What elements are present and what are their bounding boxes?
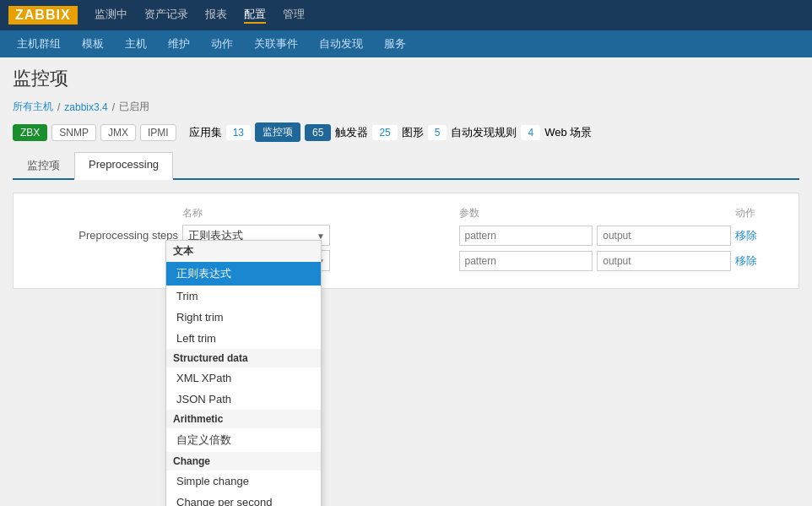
- top-nav-assets[interactable]: 资产记录: [144, 7, 188, 24]
- nav-discovery[interactable]: 自动发现: [311, 33, 371, 55]
- main-area: 名称 参数 动作 Preprocessing steps 正则表达式 移除: [13, 193, 799, 289]
- dropdown-item-change-per-second[interactable]: Change per second: [166, 492, 321, 506]
- remove-btn-1[interactable]: 移除: [735, 228, 786, 243]
- breadcrumb-all-hosts[interactable]: 所有主机: [13, 100, 53, 114]
- dropdown-item-xml-xpath[interactable]: XML XPath: [166, 367, 321, 389]
- header-label-empty: [26, 206, 178, 220]
- discovery-count[interactable]: 4: [521, 125, 540, 140]
- page-title: 监控项: [13, 66, 799, 91]
- preprocessing-row-1: Preprocessing steps 正则表达式 移除: [26, 225, 786, 246]
- dropdown-item-custom-multiplier[interactable]: 自定义倍数: [166, 428, 321, 452]
- remove-btn-2[interactable]: 移除: [735, 253, 786, 269]
- host-tags-row: ZBX SNMP JMX IPMI 应用集 13 监控项 65 触发器 25 图…: [13, 122, 799, 142]
- nav-host-groups[interactable]: 主机群组: [8, 33, 69, 55]
- graphs-label: 图形: [402, 125, 424, 140]
- top-nav-admin[interactable]: 管理: [283, 7, 305, 24]
- dropdown-group-structured: Structured data: [166, 349, 321, 367]
- triggers-label: 触发器: [335, 125, 368, 140]
- breadcrumb-current: 已启用: [119, 100, 149, 114]
- items-label[interactable]: 监控项: [255, 122, 300, 142]
- tag-snmp[interactable]: SNMP: [51, 124, 96, 141]
- page-content: 监控项 所有主机 / zabbix3.4 / 已启用 ZBX SNMP JMX …: [0, 57, 812, 297]
- dropdown-item-simple-change[interactable]: Simple change: [166, 471, 321, 492]
- param1-input-1[interactable]: [459, 226, 593, 246]
- apps-count[interactable]: 13: [226, 125, 251, 140]
- top-navigation: ZABBIX 监测中 资产记录 报表 配置 管理: [0, 0, 812, 30]
- tab-preprocessing[interactable]: Preprocessing: [74, 152, 173, 180]
- top-nav-reports[interactable]: 报表: [205, 7, 227, 24]
- tag-zbx[interactable]: ZBX: [13, 124, 47, 141]
- top-nav-config[interactable]: 配置: [244, 7, 266, 24]
- dropdown-item-left-trim[interactable]: Left trim: [166, 328, 321, 349]
- nav-actions[interactable]: 动作: [203, 33, 241, 55]
- breadcrumb-sep1: /: [57, 101, 60, 113]
- items-count: 65: [305, 124, 331, 141]
- dropdown-group-text: 文本: [166, 241, 321, 262]
- breadcrumb-host[interactable]: zabbix3.4: [64, 101, 107, 113]
- params-cell-2: [459, 251, 732, 271]
- web-label: Web 场景: [544, 125, 592, 140]
- apps-label: 应用集: [189, 125, 222, 140]
- param1-input-2[interactable]: [459, 251, 593, 271]
- preproc-label-1: Preprocessing steps: [26, 229, 178, 242]
- second-navigation: 主机群组 模板 主机 维护 动作 关联事件 自动发现 服务: [0, 30, 812, 57]
- preprocessing-header: 名称 参数 动作: [26, 206, 786, 220]
- tag-jmx[interactable]: JMX: [100, 124, 136, 141]
- header-name: 名称: [182, 206, 455, 220]
- param2-input-2[interactable]: [597, 251, 731, 271]
- dropdown-group-arithmetic: Arithmetic: [166, 410, 321, 428]
- tabs: 监控项 Preprocessing: [13, 152, 799, 180]
- dropdown-item-right-trim[interactable]: Right trim: [166, 307, 321, 328]
- dropdown-group-change: Change: [166, 452, 321, 471]
- breadcrumb-sep2: /: [112, 101, 115, 113]
- top-nav-items: 监测中 资产记录 报表 配置 管理: [95, 7, 305, 24]
- tab-items[interactable]: 监控项: [13, 152, 74, 178]
- nav-templates[interactable]: 模板: [73, 33, 112, 55]
- dropdown-item-json-path[interactable]: JSON Path: [166, 389, 321, 410]
- preprocessing-row-2: 正则表达式 移除: [26, 250, 786, 271]
- top-nav-monitor[interactable]: 监测中: [95, 7, 127, 24]
- params-cell-1: [459, 226, 732, 246]
- nav-services[interactable]: 服务: [376, 33, 414, 55]
- dropdown-item-trim[interactable]: Trim: [166, 286, 321, 307]
- param2-input-1[interactable]: [597, 226, 731, 246]
- graphs-count[interactable]: 5: [428, 125, 447, 140]
- tag-ipmi[interactable]: IPMI: [140, 124, 176, 141]
- logo: ZABBIX: [8, 6, 78, 24]
- triggers-count[interactable]: 25: [372, 125, 397, 140]
- type-dropdown: 文本 正则表达式 Trim Right trim Left trim Struc…: [165, 240, 322, 506]
- dropdown-item-regex[interactable]: 正则表达式: [166, 262, 321, 286]
- nav-hosts[interactable]: 主机: [116, 33, 155, 55]
- breadcrumb: 所有主机 / zabbix3.4 / 已启用: [13, 100, 799, 114]
- header-params: 参数: [459, 206, 732, 220]
- discovery-label: 自动发现规则: [451, 125, 517, 140]
- nav-maintenance[interactable]: 维护: [160, 33, 198, 55]
- header-action: 动作: [735, 206, 786, 220]
- nav-corr-events[interactable]: 关联事件: [246, 33, 306, 55]
